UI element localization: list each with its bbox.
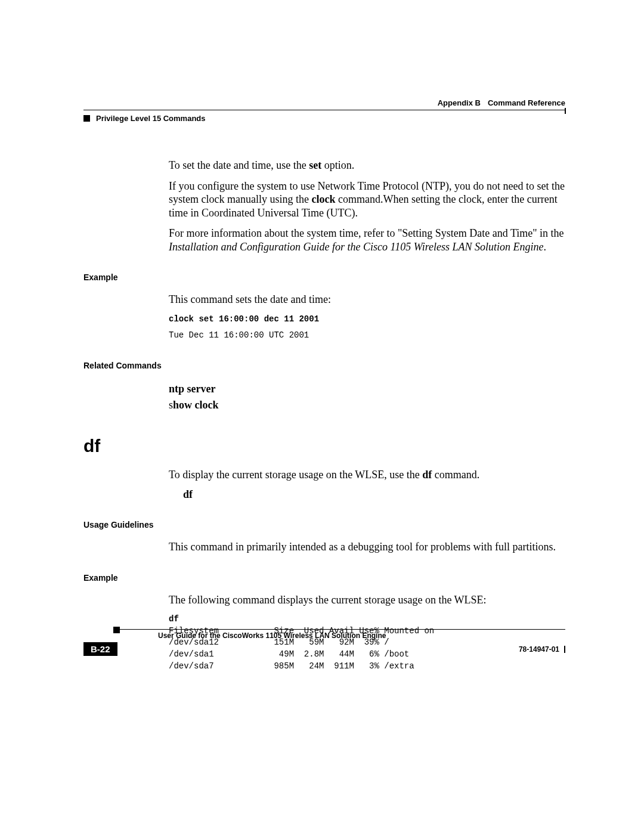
df-heading: df [83, 436, 565, 456]
document-number: 78-14947-01 [519, 645, 559, 654]
header-rule [83, 110, 565, 110]
para-more-info: For more information about the system ti… [169, 227, 565, 253]
page-content: Appendix B Command Reference Privilege L… [83, 98, 565, 672]
body-column: To set the date and time, use the set op… [169, 159, 565, 253]
footer-rule [113, 629, 565, 630]
example-intro: This command sets the date and time: [169, 293, 565, 306]
para-ntp: If you configure the system to use Netwo… [169, 179, 565, 220]
example-output: Tue Dec 11 16:00:00 UTC 2001 [169, 330, 565, 342]
para-set-option: To set the date and time, use the set op… [169, 159, 565, 172]
example-command: clock set 16:00:00 dec 11 2001 [169, 314, 565, 326]
section-header: Privilege Level 15 Commands [83, 114, 565, 123]
footer-guide-title: User Guide for the CiscoWorks 1105 Wirel… [158, 631, 565, 640]
df-syntax: df [183, 488, 565, 501]
page-footer: User Guide for the CiscoWorks 1105 Wirel… [83, 629, 565, 656]
header-endmark [565, 108, 566, 114]
header-title: Command Reference [488, 98, 565, 107]
usage-text: This command in primarily intended as a … [169, 540, 565, 554]
related-show-clock: show clock [169, 397, 565, 413]
section-title: Privilege Level 15 Commands [96, 114, 206, 123]
section-marker [83, 115, 90, 122]
page-number-badge: B-22 [83, 642, 117, 656]
docnum-bar [564, 646, 565, 653]
footer-marker [113, 627, 120, 633]
related-ntp-server: ntp server [169, 381, 565, 397]
example2-intro: The following command displays the curre… [169, 593, 565, 607]
appendix-label: Appendix B [438, 98, 481, 107]
df-description: To display the current storage usage on … [169, 468, 565, 482]
example-label: Example [83, 272, 565, 282]
related-commands-label: Related Commands [83, 361, 565, 370]
running-header: Appendix B Command Reference [83, 98, 565, 107]
example2-label: Example [83, 573, 565, 583]
df-command: df [169, 614, 565, 625]
usage-guidelines-label: Usage Guidelines [83, 520, 565, 529]
